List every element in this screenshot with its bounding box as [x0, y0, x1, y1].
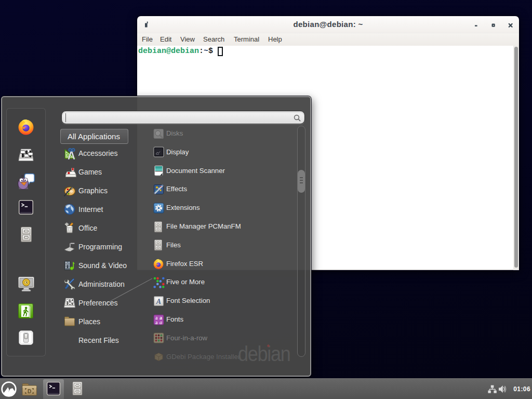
- svg-text:a: a: [159, 319, 162, 325]
- svg-text:a: a: [155, 319, 158, 325]
- svg-text:A: A: [156, 297, 161, 305]
- svg-text:D: D: [28, 389, 31, 394]
